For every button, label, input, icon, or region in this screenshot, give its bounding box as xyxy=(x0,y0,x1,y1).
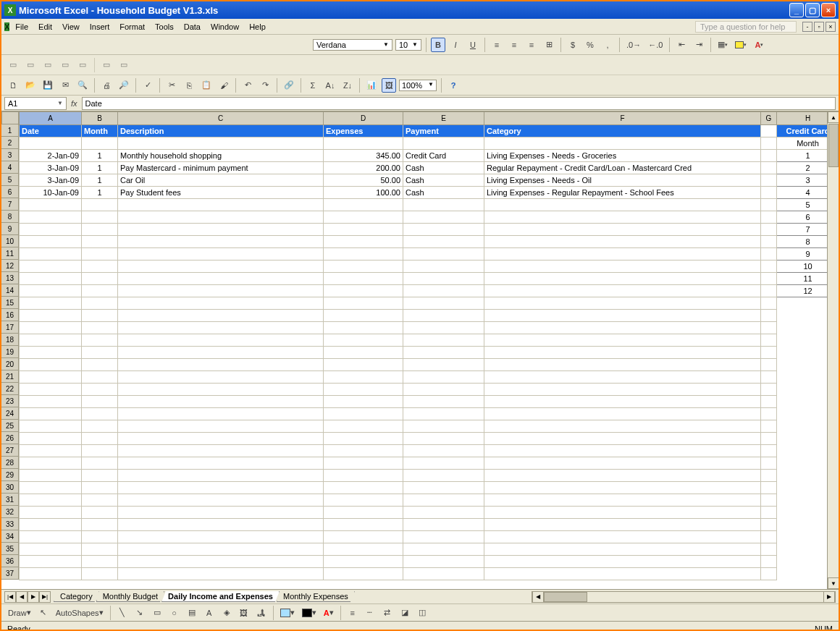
cell[interactable] xyxy=(484,310,761,322)
cell[interactable] xyxy=(484,137,761,150)
font-color-tool[interactable]: A▾ xyxy=(322,606,336,620)
cell[interactable] xyxy=(484,322,761,334)
row-header[interactable]: 6 xyxy=(1,186,19,198)
cell[interactable] xyxy=(484,408,761,420)
cell[interactable] xyxy=(324,457,403,470)
cell[interactable] xyxy=(324,137,403,150)
cell[interactable] xyxy=(403,322,484,334)
cut-button[interactable]: ✂ xyxy=(164,78,179,93)
row-header[interactable]: 12 xyxy=(1,260,19,272)
cell[interactable] xyxy=(20,384,82,396)
cell[interactable] xyxy=(484,248,761,261)
cell[interactable] xyxy=(118,384,324,396)
cell[interactable] xyxy=(118,457,324,470)
shadow-tool[interactable]: ◪ xyxy=(398,606,412,620)
cell[interactable] xyxy=(82,531,118,543)
cell[interactable] xyxy=(82,236,118,248)
new-button[interactable]: 🗋 xyxy=(6,78,20,93)
cell[interactable] xyxy=(118,199,324,211)
cell[interactable] xyxy=(761,162,777,174)
custom-btn-1[interactable]: ▭ xyxy=(6,58,20,72)
cell[interactable] xyxy=(118,507,324,519)
cell[interactable]: Cash xyxy=(403,187,484,199)
bold-button[interactable]: B xyxy=(431,38,445,52)
cell[interactable] xyxy=(118,482,324,494)
cell[interactable]: Monthly household shopping xyxy=(118,150,324,162)
row-header[interactable]: 29 xyxy=(1,469,19,481)
cell[interactable] xyxy=(761,531,777,543)
row-header[interactable]: 8 xyxy=(1,211,19,223)
mdi-restore[interactable]: ▫ xyxy=(814,22,824,32)
cell[interactable] xyxy=(403,482,484,494)
redo-button[interactable]: ↷ xyxy=(258,78,272,93)
cell[interactable] xyxy=(118,359,324,371)
cell[interactable]: Pay Student fees xyxy=(118,187,324,199)
cell[interactable] xyxy=(403,297,484,310)
cell[interactable] xyxy=(403,347,484,359)
mdi-minimize[interactable]: - xyxy=(802,22,812,32)
row-header[interactable]: 14 xyxy=(1,284,19,297)
zoom-dropdown[interactable]: 100%▼ xyxy=(399,80,437,91)
cell[interactable] xyxy=(324,347,403,359)
cell[interactable]: 1 xyxy=(82,174,118,187)
cell[interactable] xyxy=(324,531,403,543)
menu-window[interactable]: Window xyxy=(206,21,243,33)
cell[interactable] xyxy=(324,408,403,420)
custom-btn-6[interactable]: ▭ xyxy=(99,58,114,72)
cell[interactable] xyxy=(761,297,777,310)
cell[interactable]: Pay Mastercard - minimum payment xyxy=(118,162,324,174)
arrow-tool[interactable]: ↘ xyxy=(133,606,147,620)
cell[interactable] xyxy=(403,310,484,322)
cell[interactable] xyxy=(118,396,324,408)
cell[interactable] xyxy=(761,408,777,420)
cell[interactable] xyxy=(324,248,403,261)
cell[interactable] xyxy=(324,224,403,236)
cell[interactable] xyxy=(20,273,82,285)
cell[interactable]: 1 xyxy=(82,150,118,162)
cell[interactable] xyxy=(82,420,118,433)
cell[interactable] xyxy=(82,137,118,150)
help-search-input[interactable]: Type a question for help xyxy=(695,21,797,33)
hscroll-thumb[interactable] xyxy=(544,592,587,602)
mdi-close[interactable]: × xyxy=(826,22,836,32)
cell[interactable]: Living Expenses - Needs - Oil xyxy=(484,174,761,187)
cell[interactable] xyxy=(484,334,761,347)
cell[interactable] xyxy=(484,384,761,396)
header-cell[interactable]: Category xyxy=(484,125,761,137)
tab-nav-last[interactable]: ▶| xyxy=(39,591,51,603)
cell[interactable] xyxy=(324,297,403,310)
cell[interactable] xyxy=(82,433,118,445)
scroll-up-button[interactable]: ▲ xyxy=(828,111,839,123)
cell[interactable]: Living Expenses - Regular Repayment - Sc… xyxy=(484,187,761,199)
cell[interactable] xyxy=(118,285,324,297)
search-button[interactable]: 🔍 xyxy=(75,78,90,93)
row-header[interactable]: 28 xyxy=(1,457,19,469)
cell[interactable] xyxy=(403,519,484,531)
cell[interactable] xyxy=(403,494,484,507)
cell[interactable] xyxy=(484,543,761,556)
tab-nav-next[interactable]: ▶ xyxy=(28,591,39,603)
oval-tool[interactable]: ○ xyxy=(167,606,182,620)
draw-menu[interactable]: Draw ▾ xyxy=(6,606,33,620)
cell[interactable] xyxy=(484,531,761,543)
cell[interactable]: 10-Jan-09 xyxy=(20,187,82,199)
sort-asc-button[interactable]: A↓ xyxy=(323,78,337,93)
cell[interactable] xyxy=(82,273,118,285)
row-header[interactable]: 4 xyxy=(1,161,19,174)
help-button[interactable]: ? xyxy=(446,78,461,93)
cell[interactable] xyxy=(20,568,82,580)
cell[interactable] xyxy=(484,285,761,297)
cell[interactable] xyxy=(403,273,484,285)
cell[interactable]: 3-Jan-09 xyxy=(20,162,82,174)
font-name-dropdown[interactable]: Verdana▼ xyxy=(313,39,392,51)
col-header-e[interactable]: E xyxy=(403,112,484,125)
cell[interactable] xyxy=(82,470,118,482)
diagram-tool[interactable]: ◈ xyxy=(219,606,234,620)
sheet-tab-category[interactable]: Category xyxy=(54,591,99,602)
cell[interactable] xyxy=(403,248,484,261)
horizontal-scrollbar[interactable]: ◀ ▶ xyxy=(532,591,836,603)
cell[interactable] xyxy=(20,371,82,384)
menu-insert[interactable]: Insert xyxy=(85,21,114,33)
spreadsheet-grid[interactable]: 1234567891011121314151617181920212223242… xyxy=(1,111,839,589)
cell[interactable] xyxy=(118,334,324,347)
